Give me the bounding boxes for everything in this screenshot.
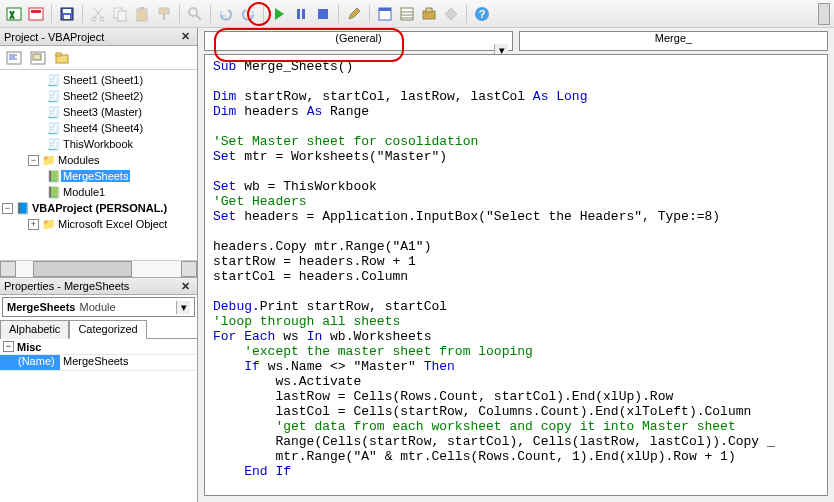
svg-rect-23: [426, 8, 432, 12]
properties-grid: −Misc (Name) MergeSheets: [0, 339, 197, 502]
tab-categorized[interactable]: Categorized: [69, 320, 146, 339]
properties-row-name[interactable]: (Name) MergeSheets: [0, 355, 197, 371]
property-key: (Name): [0, 355, 60, 370]
worksheet-icon: 🧾: [46, 90, 61, 103]
svg-rect-2: [31, 10, 41, 13]
project-tree[interactable]: 🧾Sheet1 (Sheet1) 🧾Sheet2 (Sheet2) 🧾Sheet…: [0, 70, 197, 260]
object-browser-icon[interactable]: [419, 4, 439, 24]
module-icon: 📗: [46, 170, 61, 183]
module-icon: 📗: [46, 186, 61, 199]
tree-node-mergesheets[interactable]: 📗MergeSheets: [0, 168, 197, 184]
worksheet-icon: 🧾: [46, 122, 61, 135]
properties-panel-title: Properties - MergeSheets: [4, 280, 129, 292]
find-icon[interactable]: [185, 4, 205, 24]
tree-node-sheet1[interactable]: 🧾Sheet1 (Sheet1): [0, 72, 197, 88]
undo-icon[interactable]: [216, 4, 236, 24]
properties-object-combo[interactable]: MergeSheets Module ▾: [2, 297, 195, 317]
toggle-folders-icon[interactable]: [52, 49, 72, 67]
svg-rect-12: [159, 8, 169, 14]
cut-icon[interactable]: [88, 4, 108, 24]
project-panel-header: Project - VBAProject ✕: [0, 28, 197, 46]
object-combo[interactable]: (General) ▾: [204, 31, 513, 51]
collapse-icon[interactable]: −: [2, 203, 13, 214]
properties-panel-header: Properties - MergeSheets ✕: [0, 277, 197, 295]
svg-rect-5: [64, 15, 70, 19]
view-code-icon[interactable]: [4, 49, 24, 67]
code-combos: (General) ▾ Merge_: [198, 28, 834, 54]
project-panel-title: Project - VBAProject: [4, 31, 104, 43]
code-pane[interactable]: Sub Merge_Sheets() Dim startRow, startCo…: [204, 54, 828, 496]
break-icon[interactable]: [291, 4, 311, 24]
save-icon[interactable]: [57, 4, 77, 24]
expand-icon[interactable]: +: [28, 219, 39, 230]
tree-node-modules[interactable]: −📁Modules: [0, 152, 197, 168]
procedure-combo-value: Merge_: [655, 32, 692, 44]
project-explorer-icon[interactable]: [375, 4, 395, 24]
access-icon[interactable]: [26, 4, 46, 24]
properties-panel-close-icon[interactable]: ✕: [178, 280, 193, 293]
copy-icon[interactable]: [110, 4, 130, 24]
toolbar-overflow[interactable]: [818, 3, 830, 25]
object-combo-value: (General): [335, 32, 381, 44]
tree-node-sheet2[interactable]: 🧾Sheet2 (Sheet2): [0, 88, 197, 104]
tree-node-module1[interactable]: 📗Module1: [0, 184, 197, 200]
svg-rect-16: [297, 9, 300, 19]
svg-rect-17: [302, 9, 305, 19]
tree-node-sheet4[interactable]: 🧾Sheet4 (Sheet4): [0, 120, 197, 136]
svg-rect-30: [56, 53, 61, 56]
design-mode-icon[interactable]: [344, 4, 364, 24]
dropdown-icon[interactable]: ▾: [176, 301, 190, 314]
reset-icon[interactable]: [313, 4, 333, 24]
property-value[interactable]: MergeSheets: [60, 355, 197, 370]
svg-rect-11: [140, 7, 144, 10]
tab-alphabetic[interactable]: Alphabetic: [0, 320, 69, 339]
tree-node-thisworkbook[interactable]: 🧾ThisWorkbook: [0, 136, 197, 152]
main-toolbar: ?: [0, 0, 834, 28]
tree-node-excel-objects[interactable]: +📁Microsoft Excel Object: [0, 216, 197, 232]
properties-tabs: Alphabetic Categorized: [0, 319, 197, 339]
svg-point-14: [189, 8, 197, 16]
paste-icon[interactable]: [132, 4, 152, 24]
svg-rect-26: [7, 52, 21, 64]
properties-window-icon[interactable]: [397, 4, 417, 24]
procedure-combo[interactable]: Merge_: [519, 31, 828, 51]
svg-rect-18: [318, 9, 328, 19]
collapse-icon[interactable]: −: [28, 155, 39, 166]
svg-rect-10: [137, 9, 147, 21]
svg-rect-9: [118, 11, 126, 21]
svg-text:?: ?: [479, 8, 486, 20]
collapse-icon[interactable]: −: [3, 341, 14, 352]
worksheet-icon: 🧾: [46, 74, 61, 87]
folder-icon: 📁: [41, 154, 56, 167]
worksheet-icon: 🧾: [46, 106, 61, 119]
excel-icon[interactable]: [4, 4, 24, 24]
svg-line-15: [196, 15, 201, 20]
format-painter-icon[interactable]: [154, 4, 174, 24]
toolbox-icon[interactable]: [441, 4, 461, 24]
view-object-icon[interactable]: [28, 49, 48, 67]
project-icon: 📘: [15, 202, 30, 215]
svg-rect-28: [33, 54, 41, 60]
svg-rect-4: [63, 9, 71, 13]
workbook-icon: 🧾: [46, 138, 61, 151]
tree-node-sheet3[interactable]: 🧾Sheet3 (Master): [0, 104, 197, 120]
properties-category-misc[interactable]: −Misc: [0, 339, 197, 355]
project-toolbar: [0, 46, 197, 70]
svg-rect-13: [163, 14, 165, 20]
redo-icon[interactable]: [238, 4, 258, 24]
properties-object-name: MergeSheets: [7, 301, 75, 313]
run-icon[interactable]: [269, 4, 289, 24]
folder-icon: 📁: [41, 218, 56, 231]
svg-rect-20: [379, 8, 391, 11]
project-tree-scrollbar[interactable]: [0, 260, 197, 277]
svg-rect-1: [29, 8, 43, 20]
help-icon[interactable]: ?: [472, 4, 492, 24]
code-text[interactable]: Sub Merge_Sheets() Dim startRow, startCo…: [205, 55, 827, 483]
tree-node-personal[interactable]: −📘VBAProject (PERSONAL.): [0, 200, 197, 216]
properties-object-type: Module: [79, 301, 115, 313]
project-panel-close-icon[interactable]: ✕: [178, 30, 193, 43]
